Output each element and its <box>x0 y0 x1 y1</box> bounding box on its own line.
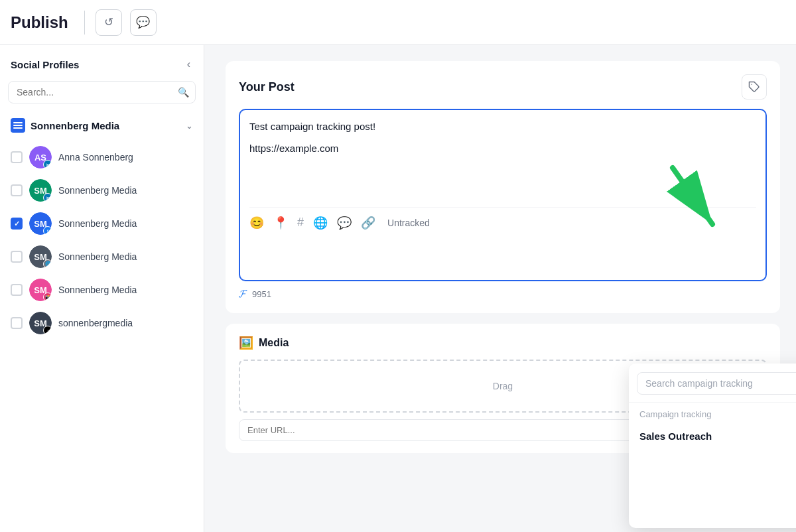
link-icon[interactable]: 🔗 <box>361 216 375 230</box>
header-divider <box>84 11 85 34</box>
hashtag-icon[interactable]: # <box>297 216 304 230</box>
list-item[interactable]: SM 📸 Sonnenberg Media <box>0 273 204 306</box>
profile-name: Sonnenberg Media <box>58 251 137 262</box>
avatar: SM f <box>29 212 52 235</box>
green-arrow <box>653 161 732 243</box>
profile-name: Anna Sonnenberg <box>58 152 133 163</box>
post-editor[interactable]: Test campaign tracking post! https://exa… <box>239 109 767 281</box>
post-section: Your Post Test campaign tracking post! h… <box>226 61 780 313</box>
campaign-dropdown: + Campaign tracking Sales Outreach ✏️ ✏️… <box>629 364 796 528</box>
app-title: Publish <box>11 13 68 32</box>
search-icon: 🔍 <box>178 87 189 98</box>
sidebar-header: Social Profiles ‹ <box>0 56 204 81</box>
facebook-icon: 𝓕 <box>239 288 247 300</box>
avatar: SM in <box>29 179 52 202</box>
sidebar: Social Profiles ‹ 🔍 Sonnenberg Media ⌄ <box>0 45 204 532</box>
profile-checkbox-3[interactable] <box>11 218 23 230</box>
group-chevron-icon: ⌄ <box>186 121 193 131</box>
profile-name: sonnenbergmedia <box>58 318 133 328</box>
blurred-row-3: ✏️ <box>629 484 796 520</box>
content-area: Your Post Test campaign tracking post! h… <box>204 45 796 532</box>
avatar: SM 📸 <box>29 279 52 301</box>
collapse-button[interactable]: ‹ <box>184 56 193 73</box>
platform-badge: 🌐 <box>43 259 52 268</box>
campaign-item-name-1: Sales Outreach <box>639 431 712 442</box>
comments-button[interactable]: 💬 <box>130 9 157 36</box>
campaign-item-1[interactable]: Sales Outreach ✏️ <box>629 423 796 448</box>
char-count: 9951 <box>252 289 271 299</box>
main-layout: Social Profiles ‹ 🔍 Sonnenberg Media ⌄ <box>0 45 796 532</box>
media-title: Media <box>259 337 289 349</box>
list-item[interactable]: AS in Anna Sonnenberg <box>0 141 204 174</box>
profile-checkbox-1[interactable] <box>11 151 23 163</box>
group-item[interactable]: Sonnenberg Media ⌄ <box>0 113 204 138</box>
svg-rect-0 <box>13 122 23 123</box>
profile-checkbox-6[interactable] <box>11 317 23 329</box>
media-icon: 🖼️ <box>239 336 253 350</box>
history-button[interactable]: ↺ <box>96 9 122 36</box>
blurred-row-2: ✏️ <box>629 448 796 484</box>
char-count-row: 𝓕 9951 <box>239 288 767 300</box>
profile-checkbox-4[interactable] <box>11 251 23 263</box>
avatar: SM ♪ <box>29 312 52 334</box>
platform-badge: ♪ <box>43 326 52 334</box>
group-name: Sonnenberg Media <box>31 120 180 131</box>
campaign-search-row: + <box>629 371 796 403</box>
profile-list: AS in Anna Sonnenberg SM in Sonnenberg M… <box>0 138 204 342</box>
post-title: Your Post <box>239 80 295 94</box>
search-input[interactable] <box>8 81 196 103</box>
avatar: SM 🌐 <box>29 245 52 268</box>
svg-rect-1 <box>13 125 23 126</box>
sidebar-title: Social Profiles <box>11 59 79 70</box>
location-icon[interactable]: 📍 <box>273 216 288 230</box>
campaign-search-input[interactable] <box>637 372 796 395</box>
profile-name: Sonnenberg Media <box>58 185 137 196</box>
search-box: 🔍 <box>8 81 196 103</box>
avatar: AS in <box>29 146 52 168</box>
emoji-icon[interactable]: 😊 <box>249 216 264 230</box>
drag-text: Drag <box>493 381 513 391</box>
campaign-section-label: Campaign tracking <box>629 403 796 423</box>
editor-toolbar: 😊 📍 # 🌐 💬 🔗 Untracked <box>249 207 756 230</box>
post-text: Test campaign tracking post! <box>249 119 756 135</box>
tag-button[interactable] <box>742 74 767 100</box>
list-item[interactable]: SM ♪ sonnenbergmedia <box>0 306 204 340</box>
list-item[interactable]: SM in Sonnenberg Media <box>0 174 204 207</box>
globe-icon[interactable]: 🌐 <box>313 216 328 230</box>
platform-badge: in <box>43 193 52 202</box>
profile-checkbox-5[interactable] <box>11 284 23 296</box>
profile-checkbox-2[interactable] <box>11 184 23 196</box>
list-item[interactable]: SM f Sonnenberg Media <box>0 207 204 240</box>
platform-badge: f <box>43 226 52 235</box>
profile-name: Sonnenberg Media <box>58 285 137 295</box>
group-icon <box>11 118 25 133</box>
mention-icon[interactable]: 💬 <box>337 216 352 230</box>
app-header: Publish ↺ 💬 <box>0 0 796 45</box>
post-header: Your Post <box>239 74 767 100</box>
list-item[interactable]: SM 🌐 Sonnenberg Media <box>0 240 204 273</box>
media-header: 🖼️ Media <box>239 336 767 350</box>
profile-name: Sonnenberg Media <box>58 218 137 229</box>
platform-badge: 📸 <box>43 293 52 301</box>
post-url: https://example.com <box>249 143 756 154</box>
platform-badge: in <box>43 160 52 168</box>
svg-rect-2 <box>13 127 23 129</box>
untracked-label: Untracked <box>387 218 430 228</box>
